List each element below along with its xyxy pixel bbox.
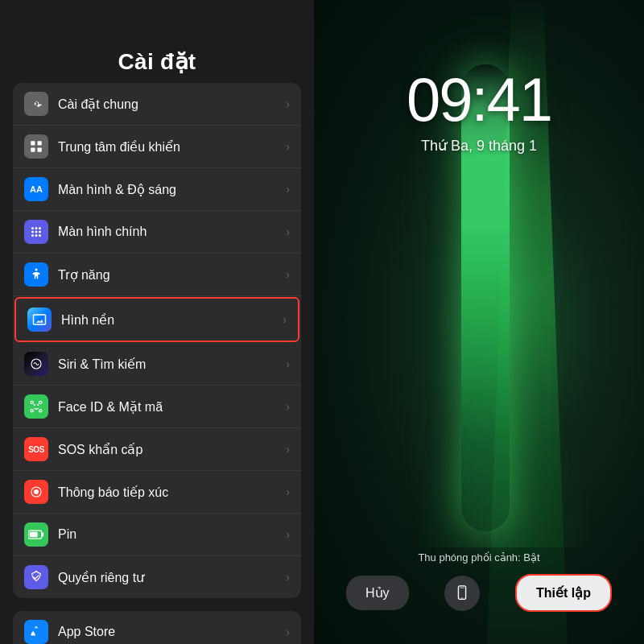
chevron-icon: › <box>286 571 290 584</box>
svg-point-11 <box>35 234 38 237</box>
settings-section-1: Cài đặt chung › Trung tâm điều khiển › A… <box>13 83 301 598</box>
lockscreen-time: 09:41 <box>314 64 644 134</box>
lockscreen-panel: 09:41 Thứ Ba, 9 tháng 1 Thu phóng phối c… <box>314 0 644 644</box>
cancel-button[interactable]: Hủy <box>346 576 409 610</box>
chevron-icon: › <box>286 625 290 638</box>
light-column <box>461 64 510 531</box>
wallpaper-icon <box>27 308 52 332</box>
settings-panel: Cài đặt Cài đặt chung › Trung tâm điều k… <box>0 0 314 644</box>
tro-nang-label: Trợ năng <box>58 267 279 283</box>
svg-point-7 <box>31 231 34 233</box>
gear-icon <box>24 92 48 116</box>
face-id-icon <box>24 394 48 419</box>
settings-section-2: A App Store › Ví › <box>13 611 301 644</box>
svg-point-10 <box>31 234 34 237</box>
setup-button[interactable]: Thiết lập <box>515 574 612 612</box>
svg-rect-24 <box>42 533 44 537</box>
svg-rect-0 <box>31 141 35 145</box>
chevron-icon: › <box>286 268 290 281</box>
sos-label: SOS khẩn cấp <box>58 442 279 457</box>
quyen-rieng-tu-label: Quyền riêng tư <box>58 570 279 585</box>
svg-point-20 <box>37 404 39 406</box>
svg-point-12 <box>39 234 41 237</box>
row-man-hinh-do-sang[interactable]: AA Màn hình & Độ sáng › <box>13 168 301 211</box>
privacy-icon <box>24 565 48 589</box>
svg-point-19 <box>34 404 35 406</box>
chevron-icon: › <box>283 313 287 326</box>
row-trung-tam-dieu-khien[interactable]: Trung tâm điều khiển › <box>13 126 301 168</box>
row-sos[interactable]: SOS SOS khẩn cấp › <box>13 428 301 471</box>
accessibility-icon <box>24 262 48 287</box>
display-icon: AA <box>24 177 48 201</box>
svg-point-6 <box>39 227 41 229</box>
settings-title: Cài đặt <box>118 49 196 74</box>
svg-rect-15 <box>31 401 33 403</box>
svg-point-13 <box>35 269 38 271</box>
chevron-icon: › <box>286 528 290 541</box>
svg-rect-16 <box>39 401 42 403</box>
svg-point-9 <box>39 231 41 233</box>
man-hinh-chinh-label: Màn hình chính <box>58 225 279 239</box>
row-cai-dat-chung[interactable]: Cài đặt chung › <box>13 83 301 126</box>
row-quyen-rieng-tu[interactable]: Quyền riêng tư › <box>13 556 301 598</box>
chevron-icon: › <box>286 357 290 370</box>
lockscreen-date: Thứ Ba, 9 tháng 1 <box>314 137 644 155</box>
row-man-hinh-chinh[interactable]: Màn hình chính › <box>13 211 301 254</box>
svg-rect-2 <box>31 148 35 152</box>
row-pin[interactable]: Pin › <box>13 514 301 556</box>
chevron-icon: › <box>286 485 290 498</box>
svg-text:A: A <box>31 631 34 636</box>
row-tro-nang[interactable]: Trợ năng › <box>13 254 301 296</box>
siri-label: Siri & Tìm kiếm <box>58 357 279 372</box>
app-store-label: App Store <box>58 625 279 639</box>
man-hinh-do-sang-label: Màn hình & Độ sáng <box>58 182 279 197</box>
svg-rect-18 <box>39 410 42 412</box>
hinh-nen-label: Hình nền <box>61 312 276 328</box>
app-store-icon: A <box>24 620 48 644</box>
svg-point-32 <box>461 597 462 598</box>
sos-icon: SOS <box>24 437 48 461</box>
siri-icon <box>24 352 48 376</box>
lockscreen-actions: Hủy Thiết lập <box>314 574 644 612</box>
svg-rect-1 <box>38 141 42 145</box>
svg-rect-3 <box>38 148 42 152</box>
svg-rect-33 <box>460 587 464 588</box>
cai-dat-chung-label: Cài đặt chung <box>58 97 279 112</box>
row-siri[interactable]: Siri & Tìm kiếm › <box>13 343 301 386</box>
svg-point-8 <box>35 231 38 233</box>
svg-point-4 <box>31 227 34 229</box>
exposure-icon <box>24 480 48 504</box>
home-screen-icon <box>24 220 48 244</box>
svg-point-21 <box>34 489 39 494</box>
battery-icon <box>24 522 48 547</box>
svg-point-5 <box>35 227 38 229</box>
lockscreen-perspective-label: Thu phóng phối cảnh: Bật <box>314 551 644 564</box>
svg-rect-25 <box>30 532 38 538</box>
trung-tam-label: Trung tâm điều khiển <box>58 139 279 155</box>
row-face-id[interactable]: Face ID & Mặt mã › <box>13 386 301 428</box>
pin-label: Pin <box>58 527 279 542</box>
svg-rect-17 <box>31 410 33 412</box>
chevron-icon: › <box>286 225 290 238</box>
row-hinh-nen[interactable]: Hình nền › <box>14 297 299 342</box>
settings-list: Cài đặt chung › Trung tâm điều khiển › A… <box>0 83 314 644</box>
chevron-icon: › <box>286 140 290 153</box>
thong-bao-label: Thông báo tiếp xúc <box>58 485 279 500</box>
chevron-icon: › <box>286 443 290 456</box>
row-app-store[interactable]: A App Store › <box>13 611 301 644</box>
control-center-icon <box>24 134 48 159</box>
chevron-icon: › <box>286 183 290 196</box>
chevron-icon: › <box>286 400 290 413</box>
settings-header: Cài đặt <box>0 0 314 83</box>
chevron-icon: › <box>286 97 290 110</box>
phone-icon <box>444 576 480 611</box>
row-thong-bao-tiep-xuc[interactable]: Thông báo tiếp xúc › <box>13 471 301 514</box>
face-id-label: Face ID & Mặt mã <box>58 399 279 415</box>
